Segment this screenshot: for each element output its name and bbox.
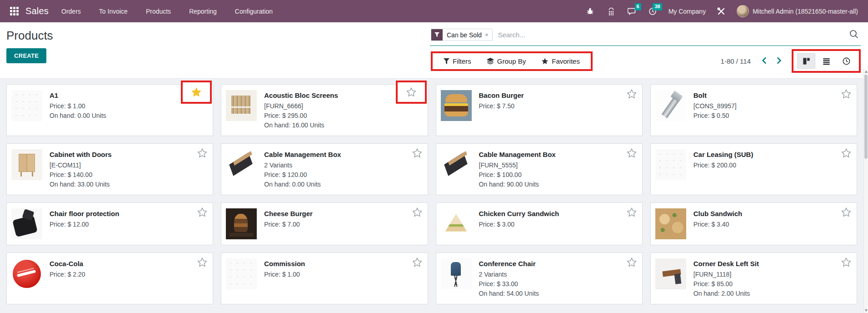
product-card-body: Bolt [CONS_89957] Price: $ 0.50: [693, 90, 737, 130]
activities-button[interactable]: 38: [644, 1, 662, 22]
funnel-icon: [444, 58, 449, 64]
favorite-star-icon[interactable]: [841, 89, 851, 99]
favorite-star-icon[interactable]: [841, 148, 851, 158]
facet-label: Can be Sold: [443, 29, 485, 40]
support-tools-button[interactable]: [712, 1, 730, 22]
debug-button[interactable]: [581, 1, 599, 22]
product-name: Chair floor protection: [50, 209, 119, 218]
product-card-5[interactable]: Cable Management Box 2 Variants Price: $…: [221, 143, 428, 195]
product-card-14[interactable]: Conference Chair 2 Variants Price: $ 33.…: [436, 252, 643, 304]
activities-badge: 38: [653, 3, 662, 10]
product-price: Price: $ 295.00: [264, 111, 338, 121]
favorite-star-icon[interactable]: [412, 257, 422, 267]
activity-view-button[interactable]: [837, 53, 855, 69]
favorite-star-icon[interactable]: [627, 207, 637, 217]
favorite-star-icon[interactable]: [627, 257, 637, 267]
product-card-15[interactable]: Corner Desk Left Sit [FURN_1118] Price: …: [650, 252, 857, 304]
pager-previous-button[interactable]: [757, 55, 772, 67]
company-switcher[interactable]: My Company: [665, 1, 709, 22]
favorite-star-icon[interactable]: [406, 87, 416, 97]
vertical-scrollbar[interactable]: [863, 69, 868, 313]
favorite-star-icon[interactable]: [412, 148, 422, 158]
favorites-label: Favorites: [552, 57, 580, 65]
product-card-1[interactable]: Acoustic Bloc Screens [FURN_6666] Price:…: [221, 84, 428, 136]
product-card-3[interactable]: Bolt [CONS_89957] Price: $ 0.50: [650, 84, 857, 136]
favorite-star-box: [181, 81, 212, 104]
favorite-star-box: [197, 207, 207, 217]
product-image: [11, 208, 42, 239]
product-card-body: Conference Chair 2 Variants Price: $ 33.…: [479, 258, 539, 298]
product-name: Commission: [264, 259, 305, 268]
product-price: Price: $ 33.00: [479, 279, 539, 289]
scrollbar-thumb[interactable]: [864, 75, 868, 159]
create-button[interactable]: CREATE: [6, 48, 46, 63]
favorite-star-box: [197, 148, 207, 158]
product-card-2[interactable]: Bacon Burger Price: $ 7.50: [436, 84, 643, 136]
product-card-13[interactable]: Commission Price: $ 1.00: [221, 252, 428, 304]
product-card-body: Cheese Burger Price: $ 7.00: [264, 208, 313, 239]
favorites-button[interactable]: Favorites: [541, 57, 580, 65]
product-name: Club Sandwich: [693, 209, 743, 218]
facet-remove-button[interactable]: ×: [485, 29, 492, 40]
annotation-box-filter-buttons: Filters Group By Favorites: [431, 51, 593, 71]
menu-item-reporting[interactable]: Reporting: [188, 5, 218, 18]
favorite-star-icon[interactable]: [197, 148, 207, 158]
product-on-hand: On hand: 90.00 Units: [479, 180, 556, 189]
product-price: Price: $ 3.00: [479, 220, 559, 229]
scroll-up-arrow[interactable]: [865, 71, 868, 73]
product-card-4[interactable]: Cabinet with Doors [E-COM11] Price: $ 14…: [6, 143, 213, 195]
favorite-star-box: [197, 257, 207, 267]
product-name: Cabinet with Doors: [50, 150, 112, 159]
menu-item-configuration[interactable]: Configuration: [234, 5, 274, 18]
product-grid: A1 Price: $ 1.00 On hand: 0.00 Units Aco…: [6, 84, 857, 304]
product-card-8[interactable]: Chair floor protection Price: $ 12.00: [6, 202, 213, 245]
favorite-star-icon[interactable]: [841, 207, 851, 217]
content-area: A1 Price: $ 1.00 On hand: 0.00 Units Aco…: [0, 79, 868, 304]
favorite-star-icon[interactable]: [627, 89, 637, 99]
favorite-star-box: [841, 257, 851, 267]
product-card-11[interactable]: Club Sandwich Price: $ 3.40: [650, 202, 857, 245]
tools-icon: [717, 7, 726, 16]
favorite-star-icon[interactable]: [197, 257, 207, 267]
product-image: [226, 149, 257, 180]
search-submit-button[interactable]: [848, 29, 860, 40]
product-image: [226, 208, 257, 239]
list-view-button[interactable]: [817, 53, 835, 69]
product-card-9[interactable]: Cheese Burger Price: $ 7.00: [221, 202, 428, 245]
user-menu[interactable]: Mitchell Admin (18521650-master-all): [733, 1, 862, 22]
search-input[interactable]: Search...: [493, 31, 848, 39]
pager-next-button[interactable]: [772, 55, 786, 67]
favorite-star-icon[interactable]: [627, 148, 637, 158]
product-card-12[interactable]: Coca-Cola Price: $ 2.20: [6, 252, 213, 304]
product-card-0[interactable]: A1 Price: $ 1.00 On hand: 0.00 Units: [6, 84, 213, 136]
product-card-body: Chicken Curry Sandwich Price: $ 3.00: [479, 208, 559, 239]
messages-button[interactable]: 6: [623, 1, 641, 22]
kanban-view-button[interactable]: [797, 53, 815, 69]
product-card-10[interactable]: Chicken Curry Sandwich Price: $ 3.00: [436, 202, 643, 245]
product-price: Price: $ 120.00: [264, 170, 341, 180]
favorite-star-icon[interactable]: [412, 207, 422, 217]
menu-item-products[interactable]: Products: [145, 5, 172, 18]
activity-view-icon: [842, 57, 851, 66]
group-by-button[interactable]: Group By: [487, 57, 526, 65]
apps-menu-button[interactable]: [6, 4, 22, 19]
product-name: Cable Management Box: [479, 150, 556, 159]
product-name: Conference Chair: [479, 259, 539, 268]
app-name[interactable]: Sales: [25, 6, 49, 16]
scroll-down-arrow[interactable]: [865, 309, 868, 312]
favorite-star-icon[interactable]: [191, 87, 201, 97]
favorite-star-icon[interactable]: [197, 207, 207, 217]
filters-button[interactable]: Filters: [444, 57, 471, 65]
dialpad-button[interactable]: [602, 1, 620, 22]
menu-item-to-invoice[interactable]: To Invoice: [98, 5, 129, 18]
product-card-7[interactable]: Car Leasing (SUB) Price: $ 200.00: [650, 143, 857, 195]
menu-item-orders[interactable]: Orders: [60, 5, 82, 18]
product-card-6[interactable]: Cable Management Box [FURN_5555] Price: …: [436, 143, 643, 195]
favorite-star-icon[interactable]: [841, 257, 851, 267]
search-bar: Can be Sold × Search...: [430, 27, 861, 46]
favorite-star-box: [841, 148, 851, 158]
user-avatar: [737, 5, 749, 17]
product-card-body: Coca-Cola Price: $ 2.20: [50, 258, 85, 298]
product-name: Bolt: [693, 91, 737, 100]
product-code: [E-COM11]: [50, 161, 112, 170]
